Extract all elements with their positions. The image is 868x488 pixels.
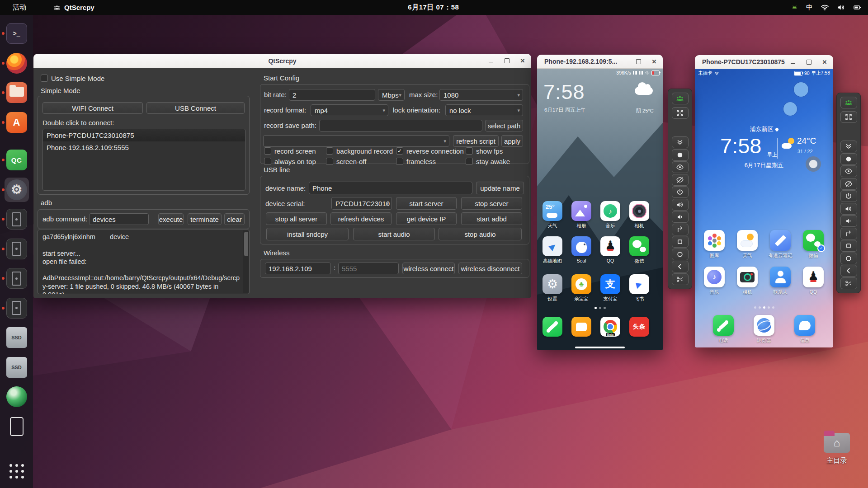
start-adbd-button[interactable]: start adbd [461, 212, 522, 225]
stop-server-button[interactable]: stop server [461, 197, 522, 210]
close-button[interactable]: ✕ [650, 57, 658, 66]
app-music1[interactable]: 音乐 [600, 201, 620, 229]
dock-item-ssd-10[interactable] [6, 327, 27, 348]
fullscreen-button[interactable] [840, 111, 857, 123]
app-toutiao[interactable] [629, 317, 649, 337]
app-amap[interactable]: 高德地图 [542, 236, 562, 264]
app-miui-settings[interactable]: 设置 [542, 274, 562, 302]
dock-item-software-3[interactable] [6, 112, 27, 133]
app-gallery1[interactable]: 相册 [571, 201, 591, 229]
show-applications-button[interactable] [6, 461, 27, 482]
system-tray[interactable]: 中 [791, 3, 862, 12]
qtscrcpy-titlebar[interactable]: QtScrcpy ✕ [33, 54, 531, 68]
start-audio-button[interactable]: start audio [353, 228, 435, 240]
app-qq[interactable]: QQ [803, 267, 824, 296]
app-youdao[interactable]: 有道云笔记 [770, 230, 791, 259]
power-button[interactable] [672, 186, 689, 198]
app-switch-button[interactable] [672, 236, 689, 248]
adb-command-input[interactable] [89, 213, 149, 225]
dock-item-phone-mirror-7[interactable] [6, 239, 27, 259]
refresh-devices-button[interactable]: refresh devices [330, 212, 392, 225]
volume-up-button[interactable] [840, 203, 857, 215]
logo-button[interactable] [840, 97, 857, 108]
usb-connect-button[interactable]: USB Connect [146, 102, 245, 114]
dock-item-settings-5[interactable] [6, 179, 27, 200]
rotate-button[interactable] [672, 224, 689, 235]
dock-item-phone-mirror-8[interactable] [6, 268, 27, 289]
input-method-indicator[interactable]: 中 [806, 3, 813, 12]
focused-app-menu[interactable]: QtScrcpy [53, 4, 94, 11]
volume-down-button[interactable] [672, 211, 689, 223]
volume-icon[interactable] [837, 3, 845, 12]
app-camera1[interactable]: 相机 [629, 201, 649, 229]
adb-log-box[interactable]: ga7d65ylnj6xinhm device start server...o… [38, 230, 250, 294]
checkbox-frameless[interactable]: frameless [396, 157, 436, 165]
dock-item-disks-12[interactable] [6, 386, 27, 407]
dock-item-phone-mirror-6[interactable] [6, 209, 27, 230]
wireless-ip-input[interactable] [265, 263, 331, 274]
device-name-input[interactable] [309, 182, 472, 194]
terminate-button[interactable]: terminate [188, 213, 222, 225]
logo-button[interactable] [672, 93, 689, 104]
device-list[interactable]: Phone-P7CDU17C23010875Phone-192.168.2.10… [42, 129, 245, 191]
dock-item-terminal-0[interactable] [6, 23, 27, 44]
home-indicator[interactable] [575, 347, 625, 348]
checkbox-background-record[interactable]: background record [326, 147, 393, 155]
clear-button[interactable]: clear [224, 213, 245, 225]
dock-item-tablet-13[interactable] [6, 416, 27, 437]
app-huawei-camera[interactable]: 相机 [737, 267, 758, 296]
app-alipay[interactable]: 支付宝 [600, 274, 620, 302]
checkbox-show-fps[interactable]: show fps [466, 147, 503, 155]
checkbox-always-on-top[interactable]: always on top [264, 157, 316, 165]
minimize-button[interactable] [789, 58, 797, 66]
phone2-titlebar[interactable]: Phone-P7CDU17C23010875 ✕ [695, 55, 833, 69]
start-server-button[interactable]: start server [396, 197, 457, 210]
screenshot-button[interactable] [672, 273, 689, 285]
minimize-button[interactable] [618, 57, 627, 66]
screen-on-button[interactable] [840, 165, 857, 177]
phone2-screen[interactable]: 未插卡 90 早上7:58 浦东新区 7:58 早上 24°C 31 / 22 … [695, 69, 833, 347]
phone1-screen[interactable]: 396K/s 7:58 6月17日 周五上午 阴 25°C 天气相册音乐相机高德… [537, 69, 663, 350]
power-button[interactable] [840, 190, 857, 202]
update-name-button[interactable]: update name [476, 182, 524, 194]
get-device-IP-button[interactable]: get device IP [396, 212, 457, 225]
checkbox-screen-off[interactable]: screen-off [326, 157, 366, 165]
fullscreen-button[interactable] [672, 107, 689, 119]
app-phone-green[interactable]: 电话 [713, 315, 734, 344]
execute-button[interactable]: execute [158, 213, 184, 225]
screen-on-button[interactable] [672, 161, 689, 173]
app-qq[interactable]: QQ [600, 236, 620, 264]
app-huawei-music[interactable]: 音乐 [704, 267, 725, 296]
screenshot-button[interactable] [840, 277, 857, 289]
touch-button[interactable] [672, 149, 689, 161]
clock[interactable]: 6月17日 07：58 [408, 3, 459, 12]
maximize-button[interactable] [634, 57, 642, 66]
dock-item-firefox-1[interactable] [6, 53, 27, 74]
app-messages[interactable]: 信息 [794, 315, 815, 344]
close-button[interactable]: ✕ [519, 57, 527, 65]
stop-all-server-button[interactable]: stop all server [266, 212, 327, 225]
maximize-button[interactable] [503, 57, 511, 65]
dock-item-qc-4[interactable]: QC [6, 150, 27, 170]
home-folder[interactable]: ⌂ 主目录 [816, 433, 857, 465]
maximize-button[interactable] [805, 58, 813, 66]
battery-icon[interactable] [853, 3, 862, 12]
stop-audio-button[interactable]: stop audio [439, 228, 522, 240]
use-simple-mode-checkbox[interactable]: Use Simple Mode [41, 74, 104, 82]
device-list-item[interactable]: Phone-192.168.2.109:5555 [43, 141, 245, 154]
checkbox-record-screen[interactable]: record screen [264, 147, 316, 155]
app-feishu[interactable]: 飞书 [629, 274, 649, 302]
touch-button[interactable] [840, 153, 857, 165]
volume-down-button[interactable] [840, 215, 857, 227]
app-contacts[interactable]: 联系人 [770, 267, 791, 296]
app-phone-green[interactable] [542, 317, 562, 337]
app-huawei-gallery[interactable]: 图库 [704, 230, 725, 259]
rotate-button[interactable] [840, 228, 857, 239]
phone1-titlebar[interactable]: Phone-192.168.2.109:5... ✕ [537, 55, 663, 69]
close-button[interactable]: ✕ [821, 58, 829, 66]
screen-off-button[interactable] [840, 178, 857, 190]
dock-item-ssd-11[interactable] [6, 357, 27, 378]
wireless-connect-button[interactable]: wireless connect [402, 263, 455, 274]
home-button[interactable] [840, 253, 857, 264]
expand-button[interactable] [840, 141, 857, 152]
